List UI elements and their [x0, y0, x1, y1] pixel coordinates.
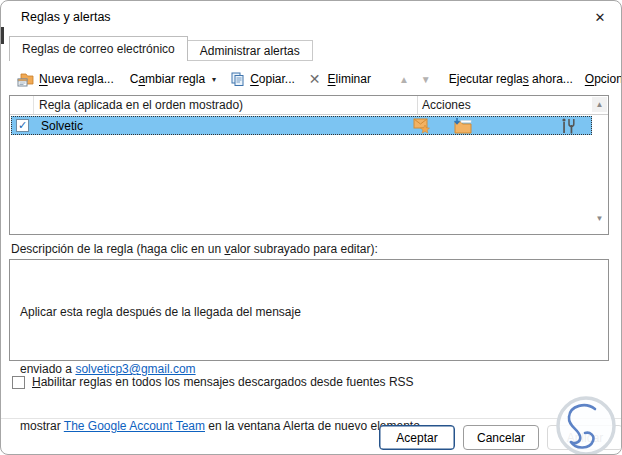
- options-label: Opciones: [585, 72, 622, 86]
- move-to-folder-icon: [451, 117, 473, 134]
- rule-row-solvetic[interactable]: ✓ Solvetic: [11, 116, 592, 135]
- rule-name: Solvetic: [41, 119, 83, 133]
- background-artifact: [1, 27, 4, 44]
- up-arrow-icon: ▲: [399, 74, 409, 85]
- alert-text-link[interactable]: The Google Account Team: [64, 419, 205, 433]
- run-rules-now-button[interactable]: Ejecutar reglas ahora...: [449, 72, 573, 86]
- recipient-email-link[interactable]: solveticp3@gmail.com: [75, 362, 195, 376]
- delete-rule-button[interactable]: ✕ Eliminar: [309, 71, 371, 87]
- tab-email-rules[interactable]: Reglas de correo electrónico: [9, 36, 188, 61]
- tab-bar: Reglas de correo electrónico Administrar…: [9, 35, 313, 61]
- down-arrow-icon: ▼: [421, 74, 431, 85]
- dialog-title: Reglas y alertas: [21, 10, 111, 24]
- chevron-down-icon: ▾: [212, 75, 216, 84]
- new-rule-label: Nueva regla...: [39, 72, 114, 86]
- header-checkbox-column: [10, 96, 34, 114]
- delete-rule-label: Eliminar: [328, 72, 371, 86]
- rules-and-alerts-dialog: Reglas y alertas ✕ Reglas de correo elec…: [0, 0, 622, 455]
- scrollbar-down-button[interactable]: ▼: [592, 211, 607, 226]
- rules-list: Regla (aplicada en el orden mostrado) Ac…: [9, 95, 609, 235]
- new-rule-icon: [17, 72, 34, 87]
- close-icon[interactable]: ✕: [589, 6, 611, 28]
- footer-divider: [1, 418, 621, 419]
- tab-manage-alerts[interactable]: Administrar alertas: [188, 40, 313, 61]
- scroll-up-icon: ▲: [596, 100, 604, 109]
- scroll-down-icon: ▼: [596, 214, 604, 223]
- accept-button[interactable]: Aceptar: [379, 425, 455, 450]
- change-rule-button[interactable]: Cambiar regla ▾: [130, 72, 216, 86]
- column-header-actions: Acciones: [418, 96, 591, 114]
- new-item-alert-icon: [413, 117, 433, 134]
- run-rules-now-label: Ejecutar reglas ahora...: [449, 72, 573, 86]
- scrollbar-up-button[interactable]: ▲: [592, 97, 607, 112]
- move-rule-up-button[interactable]: ▲: [393, 74, 415, 85]
- copy-rule-label: Copiar...: [250, 72, 295, 86]
- new-rule-button[interactable]: Nueva regla...: [17, 72, 114, 87]
- change-rule-label: Cambiar regla: [130, 72, 205, 86]
- check-icon: ✓: [18, 120, 27, 131]
- apply-button[interactable]: Aplicar: [547, 425, 622, 450]
- rules-list-header: Regla (aplicada en el orden mostrado) Ac…: [10, 96, 608, 115]
- rss-checkbox-label: Habilitar reglas en todos los mensajes d…: [32, 375, 414, 389]
- copy-icon: [231, 72, 245, 86]
- cancel-button[interactable]: Cancelar: [463, 425, 539, 450]
- rule-description-label: Descripción de la regla (haga clic en un…: [11, 242, 378, 256]
- copy-rule-button[interactable]: Copiar...: [231, 72, 295, 86]
- options-button[interactable]: Opciones: [585, 72, 622, 86]
- description-line: Aplicar esta regla después de la llegada…: [20, 303, 598, 322]
- rule-enabled-checkbox[interactable]: ✓: [16, 119, 29, 132]
- enable-rss-rules-option[interactable]: Habilitar reglas en todos los mensajes d…: [12, 375, 414, 389]
- rules-toolbar: Nueva regla... Cambiar regla ▾ Copiar...…: [17, 67, 617, 91]
- delete-x-icon: ✕: [309, 71, 321, 87]
- rules-list-scrollbar[interactable]: ▲ ▼: [592, 96, 608, 234]
- rss-checkbox[interactable]: [12, 376, 25, 389]
- column-header-rule: Regla (aplicada en el orden mostrado): [34, 96, 418, 114]
- rule-description-box: Aplicar esta regla después de la llegada…: [9, 259, 609, 361]
- move-rule-down-button[interactable]: ▼: [415, 74, 437, 85]
- stop-processing-icon: [560, 117, 576, 134]
